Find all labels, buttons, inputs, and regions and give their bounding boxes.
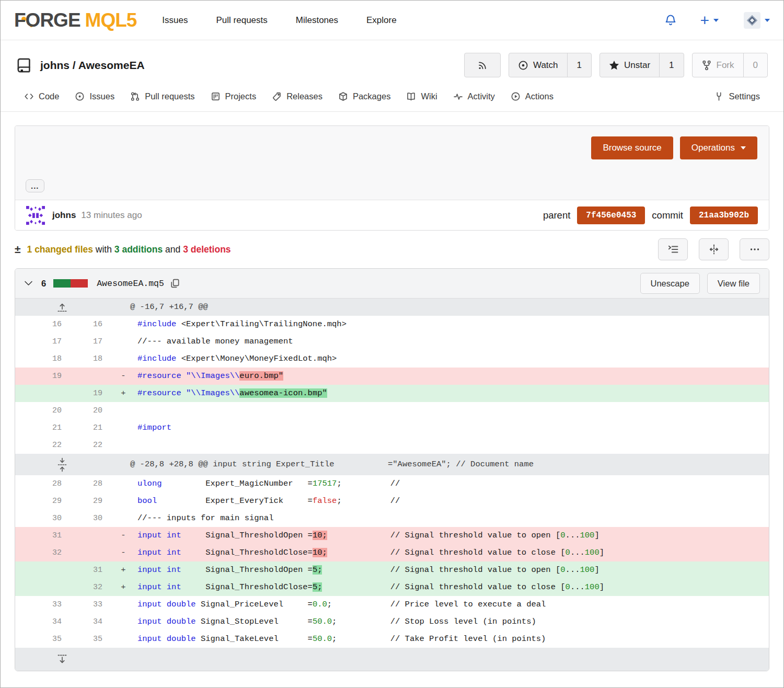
- star-count[interactable]: 1: [659, 53, 683, 77]
- deletions-count: 3 deletions: [183, 244, 230, 255]
- diff-row-addition: 31+input int Signal_ThresholdOpen =5; //…: [15, 561, 769, 579]
- chevron-down-icon: [713, 19, 719, 22]
- expand-both-button[interactable]: [15, 454, 109, 475]
- new-line-number: 22: [68, 437, 109, 454]
- diff-op: [109, 475, 137, 492]
- add-del-bar: [53, 279, 88, 288]
- nav-item-explore[interactable]: Explore: [352, 15, 411, 26]
- watch-button[interactable]: Watch 1: [509, 53, 592, 77]
- author-name[interactable]: johns: [52, 210, 76, 221]
- repo-actions: Watch 1 Unstar 1 Fork 0: [464, 53, 768, 77]
- rss-button[interactable]: [464, 53, 501, 77]
- tab-releases[interactable]: Releases: [264, 82, 330, 111]
- diff-op: [109, 437, 137, 454]
- diff-op: [109, 333, 137, 350]
- tab-issues[interactable]: Issues: [67, 82, 122, 111]
- diff-op: [109, 596, 137, 613]
- code-line: input int Signal_ThresholdOpen =5; // Si…: [137, 561, 769, 579]
- code-line: ulong Expert_MagicNumber =17517; //: [137, 475, 769, 492]
- old-line-number: 17: [15, 333, 68, 350]
- nav-item-issues[interactable]: Issues: [148, 15, 202, 26]
- browse-source-button[interactable]: Browse source: [591, 136, 673, 159]
- create-new-button[interactable]: +: [700, 13, 719, 28]
- author-avatar[interactable]: [26, 206, 45, 225]
- tab-activity[interactable]: Activity: [445, 82, 503, 111]
- code-line: #resource "\\Images\\euro.bmp": [137, 368, 769, 385]
- new-line-number: 34: [68, 613, 109, 630]
- watch-count[interactable]: 1: [567, 53, 591, 77]
- fork-label: Fork: [717, 60, 734, 71]
- user-menu[interactable]: [744, 12, 770, 29]
- diff-op: +: [109, 561, 137, 579]
- expand-bottom-row: [15, 648, 769, 671]
- diff-row: 3535input double Signal_TakeLevel =50.0;…: [15, 630, 769, 648]
- old-line-number: 32: [15, 544, 68, 561]
- code-line: [137, 437, 769, 454]
- diff-view-options: [658, 238, 769, 260]
- old-line-number: 18: [15, 350, 68, 368]
- site-logo[interactable]: FORGE MQL5: [14, 9, 136, 31]
- plus-icon: +: [700, 13, 709, 28]
- logo-forge-text: FORGE: [14, 9, 80, 31]
- deletions-bar: [71, 279, 88, 288]
- tab-code[interactable]: Code: [16, 82, 67, 111]
- diff-op: -: [109, 527, 137, 544]
- diff-op: [109, 419, 137, 437]
- unescape-button[interactable]: Unescape: [640, 273, 700, 294]
- nav-item-milestones[interactable]: Milestones: [282, 15, 352, 26]
- commit-message-expand-button[interactable]: ...: [26, 179, 44, 192]
- expand-up-button[interactable]: [15, 299, 109, 316]
- commit-hash-button[interactable]: 21aa3b902b: [690, 207, 758, 224]
- code-line: #resource "\\Images\\awesomea-icon.bmp": [137, 385, 769, 402]
- file-changed-lines-count: 6: [41, 279, 46, 289]
- old-line-number: 30: [15, 510, 68, 527]
- fork-count[interactable]: 0: [743, 53, 767, 77]
- hunk-header-text: @ -28,8 +28,8 @@ input string Expert_Tit…: [109, 454, 769, 475]
- tab-projects[interactable]: Projects: [203, 82, 264, 111]
- new-line-number: [68, 527, 109, 544]
- fork-button[interactable]: Fork 0: [692, 53, 768, 77]
- tab-pull-requests[interactable]: Pull requests: [122, 82, 202, 111]
- code-line: bool Expert_EveryTick =false; //: [137, 492, 769, 510]
- collapse-file-button[interactable]: [24, 280, 33, 287]
- commit-box: Browse source Operations ... johns 13 mi…: [15, 125, 769, 231]
- nav-item-pull-requests[interactable]: Pull requests: [202, 15, 281, 26]
- new-line-number: 31: [68, 561, 109, 579]
- commit-time: 13 minutes ago: [81, 210, 142, 221]
- code-line: input int Signal_ThresholdClose=5; // Si…: [137, 579, 769, 596]
- code-line: [137, 402, 769, 419]
- repo-title[interactable]: johns / AwesomeEA: [40, 59, 145, 72]
- tab-actions[interactable]: Actions: [503, 82, 561, 111]
- tab-wiki[interactable]: Wiki: [398, 82, 445, 111]
- copy-file-path-button[interactable]: [170, 278, 180, 289]
- hunk-header-row: @ -28,8 +28,8 @@ input string Expert_Tit…: [15, 454, 769, 475]
- file-name[interactable]: AwesomeEA.mq5: [97, 279, 164, 289]
- repo-icon: [16, 58, 32, 73]
- diff-file-header: 6 AwesomeEA.mq5 Unescape View file: [15, 269, 769, 299]
- unstar-button[interactable]: Unstar 1: [599, 53, 684, 77]
- file-tree-toggle-button[interactable]: [658, 238, 688, 260]
- old-line-number: 20: [15, 402, 68, 419]
- old-line-number: 22: [15, 437, 68, 454]
- unstar-label: Unstar: [624, 60, 650, 71]
- parent-hash-button[interactable]: 7f456e0453: [577, 207, 645, 224]
- operations-button[interactable]: Operations: [680, 136, 757, 159]
- new-line-number: 28: [68, 475, 109, 492]
- tab-packages[interactable]: Packages: [330, 82, 398, 111]
- diff-options-button[interactable]: [740, 238, 769, 260]
- old-line-number: 29: [15, 492, 68, 510]
- code-line: //--- available money management: [137, 333, 769, 350]
- diff-op: [109, 316, 137, 333]
- new-line-number: [68, 544, 109, 561]
- tab-settings[interactable]: Settings: [706, 82, 768, 111]
- ellipsis-icon: [749, 244, 760, 255]
- split-view-button[interactable]: [699, 238, 729, 260]
- diff-row: 1616#include <Expert\Trailing\TrailingNo…: [15, 316, 769, 333]
- play-circle-icon: [511, 91, 521, 101]
- notifications-bell-icon[interactable]: [664, 14, 677, 27]
- code-line: input int Signal_ThresholdOpen =10; // S…: [137, 527, 769, 544]
- view-file-button[interactable]: View file: [707, 273, 760, 294]
- expand-down-button[interactable]: [15, 648, 109, 671]
- diff-row: 3434input double Signal_StopLevel =50.0;…: [15, 613, 769, 630]
- repo-tabs: Code Issues Pull requests Projects Relea…: [1, 82, 783, 112]
